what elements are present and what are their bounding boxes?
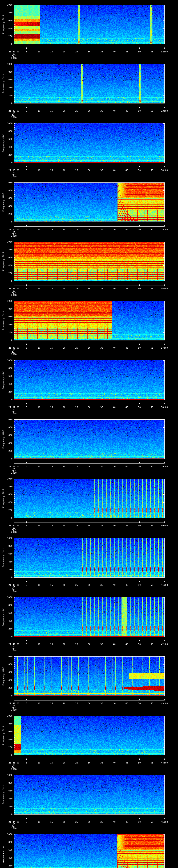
x-tick-label: 25 bbox=[75, 110, 78, 112]
x-tick-label: 40 bbox=[113, 762, 116, 764]
end-time-label: 36:00 bbox=[161, 287, 168, 290]
y-axis-title: Frequency (Hz) bbox=[2, 5, 4, 44]
x-tick-label: 30 bbox=[88, 169, 91, 172]
x-tick-label: 30 bbox=[88, 287, 91, 290]
x-tick-label: 35 bbox=[100, 702, 103, 705]
x-tick-label: 50 bbox=[138, 465, 141, 467]
y-tick-label: 600 bbox=[0, 789, 12, 792]
x-tick-label: 50 bbox=[138, 287, 141, 290]
date-line: 2018 bbox=[11, 57, 17, 59]
x-tick-label: 35 bbox=[100, 465, 103, 467]
x-tick-label: 35 bbox=[100, 762, 103, 764]
spectrogram-panel-21:32:00: Frequency (Hz)02004006008001000510152025… bbox=[0, 59, 178, 119]
x-tick-label: 55 bbox=[151, 584, 153, 586]
x-tick-label: 10 bbox=[38, 51, 40, 53]
date-line: 2018 bbox=[11, 768, 17, 770]
y-tick-label: 600 bbox=[0, 730, 12, 733]
y-tick-label: 0 bbox=[0, 161, 12, 164]
date-line: 2018 bbox=[11, 827, 17, 830]
x-tick-label: 55 bbox=[151, 347, 153, 349]
x-tick-label: 50 bbox=[138, 347, 141, 349]
y-tick-label: 1000 bbox=[0, 4, 12, 6]
x-tick-label: 25 bbox=[75, 762, 78, 764]
x-tick-label: 50 bbox=[138, 821, 141, 823]
y-tick-label: 800 bbox=[0, 782, 12, 784]
x-tick-label: 45 bbox=[125, 584, 128, 586]
x-tick-label: 5 bbox=[26, 584, 27, 586]
date-line: 2018 bbox=[11, 353, 17, 355]
x-tick-label: 10 bbox=[38, 110, 40, 112]
y-tick-label: 800 bbox=[0, 722, 12, 725]
y-tick-label: 1000 bbox=[0, 300, 12, 302]
end-time-label: 41:00 bbox=[161, 584, 168, 586]
y-tick-label: 600 bbox=[0, 671, 12, 673]
x-tick-label: 20 bbox=[63, 524, 65, 527]
date-line: 2018 bbox=[11, 531, 17, 533]
y-tick-label: 200 bbox=[0, 450, 12, 452]
x-tick-label: 25 bbox=[75, 465, 78, 467]
y-tick-label: 600 bbox=[0, 19, 12, 22]
x-tick-label: 20 bbox=[63, 762, 65, 764]
end-time-label: 37:00 bbox=[161, 347, 168, 349]
x-tick-label: 35 bbox=[100, 584, 103, 586]
spectrogram-panel-21:31:00: Frequency (Hz)02004006008001000510152025… bbox=[0, 0, 178, 59]
spectrogram-panel-21:42:00: Frequency (Hz)02004006008001000510152025… bbox=[0, 652, 178, 711]
y-tick-label: 1000 bbox=[0, 122, 12, 124]
y-axis-title: Frequency (Hz) bbox=[2, 183, 4, 222]
y-axis-title: Frequency (Hz) bbox=[2, 301, 4, 340]
spectrogram-panel-21:34:00: Frequency (Hz)02004006008001000510152025… bbox=[0, 178, 178, 237]
x-tick-label: 45 bbox=[125, 643, 128, 645]
x-tick-label: 50 bbox=[138, 762, 141, 764]
x-tick-label: 10 bbox=[38, 228, 40, 230]
x-tick-label: 55 bbox=[151, 287, 153, 290]
y-tick-label: 0 bbox=[0, 694, 12, 697]
x-tick-label: 5 bbox=[26, 821, 27, 823]
x-tick-label: 20 bbox=[63, 347, 65, 349]
x-tick-label: 45 bbox=[125, 347, 128, 349]
spectrogram-panel-21:45:00: Frequency (Hz)02004006008001000510152025… bbox=[0, 830, 178, 868]
date-line: 2018 bbox=[11, 176, 17, 178]
x-tick-label: 20 bbox=[63, 287, 65, 290]
y-tick-label: 200 bbox=[0, 805, 12, 808]
x-tick-label: 5 bbox=[26, 406, 27, 408]
y-tick-label: 600 bbox=[0, 79, 12, 81]
y-tick-label: 1000 bbox=[0, 359, 12, 362]
y-tick-label: 400 bbox=[0, 323, 12, 326]
end-time-label: 42:00 bbox=[161, 643, 168, 645]
y-tick-label: 200 bbox=[0, 865, 12, 867]
x-tick-label: 30 bbox=[88, 524, 91, 527]
x-tick-label: 35 bbox=[100, 287, 103, 290]
x-tick-label: 30 bbox=[88, 584, 91, 586]
y-tick-label: 800 bbox=[0, 189, 12, 191]
end-time-label: 33:00 bbox=[161, 110, 168, 112]
y-tick-label: 0 bbox=[0, 576, 12, 579]
x-tick-label: 55 bbox=[151, 762, 153, 764]
x-tick-label: 20 bbox=[63, 228, 65, 230]
x-tick-label: 30 bbox=[88, 762, 91, 764]
y-tick-label: 800 bbox=[0, 545, 12, 547]
x-tick-label: 5 bbox=[26, 347, 27, 349]
x-tick-label: 10 bbox=[38, 406, 40, 408]
spectrogram-panel-21:43:00: Frequency (Hz)02004006008001000510152025… bbox=[0, 711, 178, 770]
end-time-label: 43:00 bbox=[161, 702, 168, 705]
x-tick-label: 15 bbox=[50, 406, 53, 408]
x-tick-label: 45 bbox=[125, 702, 128, 705]
end-time-label: 32:00 bbox=[161, 51, 168, 53]
x-tick-label: 15 bbox=[50, 524, 53, 527]
y-tick-label: 200 bbox=[0, 509, 12, 511]
x-tick-label: 35 bbox=[100, 51, 103, 53]
spectrogram-panel-21:37:00: Frequency (Hz)02004006008001000510152025… bbox=[0, 355, 178, 415]
date-line: 2018 bbox=[11, 472, 17, 474]
y-axis-title: Frequency (Hz) bbox=[2, 123, 4, 163]
y-tick-label: 200 bbox=[0, 391, 12, 393]
x-tick-label: 5 bbox=[26, 287, 27, 290]
y-tick-label: 0 bbox=[0, 754, 12, 756]
x-tick-label: 55 bbox=[151, 821, 153, 823]
y-tick-label: 0 bbox=[0, 636, 12, 638]
spectrogram-canvas bbox=[0, 830, 178, 868]
x-tick-label: 15 bbox=[50, 51, 53, 53]
y-axis-title: Frequency (Hz) bbox=[2, 479, 4, 518]
y-tick-label: 0 bbox=[0, 221, 12, 223]
x-tick-label: 40 bbox=[113, 524, 116, 527]
x-tick-label: 5 bbox=[26, 228, 27, 230]
